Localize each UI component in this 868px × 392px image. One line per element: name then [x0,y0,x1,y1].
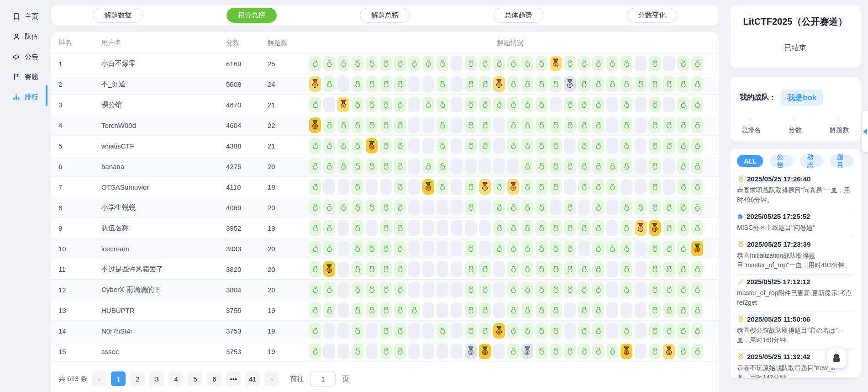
unsolved-badge [451,200,463,215]
tab-总体趋势[interactable]: 总体趋势 [493,8,543,23]
unsolved-badge [451,117,463,133]
my-team-card: 我的战队： 我是bok -总排名-分数-解题数 [730,77,861,142]
table-row[interactable]: 9队伍名称39521913 [51,218,719,238]
solved-badge [309,200,321,215]
table-row[interactable]: 12CyberX-雨滴滴的下380420 [51,280,719,300]
table-row[interactable]: 15sssec37531923231 [51,341,719,362]
table-row[interactable]: 3樱公馆4670211 [51,95,719,115]
feed-item: 2025/05/25 17:25:52MISC分区上线题目"问卷题" [737,209,853,237]
sidebar-item-公告[interactable]: 公告 [0,47,48,67]
solved-badge [309,323,321,339]
feed-item: 2025/05/25 17:12:12master_of_rop附件已更新,更新… [737,275,853,312]
svg-text:1: 1 [512,186,514,190]
sidebar-item-队伍[interactable]: 队伍 [0,26,48,47]
medal-icon [737,175,745,183]
sidebar-item-赛题[interactable]: 赛题 [0,67,48,87]
solved-badge [578,97,590,112]
solved-badge [352,179,363,195]
tab-积分总榜[interactable]: 积分总榜 [226,8,277,23]
goto-page-input[interactable] [310,371,336,387]
page-button-3[interactable]: 3 [149,371,164,386]
solved-badge [422,97,434,112]
page-button-41[interactable]: 41 [245,371,260,386]
table-row[interactable]: 6banana427520 [51,156,719,177]
page-button-5[interactable]: 5 [188,371,202,386]
cell-score: 4069 [219,204,260,212]
solved-badge [677,76,689,92]
svg-text:1: 1 [314,83,316,87]
solved-badge [564,220,576,236]
feed-filter-公告[interactable]: 公告 [770,155,793,167]
solved-badge [578,117,590,133]
cell-name: 不_知道 [94,80,219,89]
table-row[interactable]: 13HUBUPTR375519 [51,300,719,321]
solved-badge [323,200,335,215]
solved-badge [663,200,675,215]
solved-badge [578,323,590,339]
feed-filter-动态[interactable]: 动态 [800,155,823,167]
unsolved-badge [635,282,647,297]
unsolved-badge [663,179,675,195]
tab-解题总榜[interactable]: 解题总榜 [360,8,410,23]
table-row[interactable]: 4TorchW00d4604223 [51,115,719,136]
my-team-stats: -总排名-分数-解题数 [740,116,851,134]
solve-status-cells: 13 [302,220,719,236]
svg-text:3: 3 [371,145,373,149]
event-title: LitCTF2025（公开赛道） [730,16,861,28]
solved-badge [380,200,392,215]
solved-badge [437,159,448,174]
table-row[interactable]: 11不过是些许风霜罢了3820203 [51,259,719,280]
cell-name: HUBUPTR [94,307,219,314]
feed-text: master_of_rop附件已更新,更新提示:考点ret2get [737,288,853,307]
unsolved-badge [564,323,576,339]
sidebar-item-排行[interactable]: 排行 [0,87,48,107]
page-button-1[interactable]: 1 [111,371,126,386]
cell-solves: 20 [260,163,302,170]
page-buttons: 123456•••41 [111,371,260,386]
feed-filter-ALL[interactable]: ALL [737,155,763,167]
table-row[interactable]: 7OTSASumuvior411018311 [51,177,719,197]
solved-badge [536,56,547,71]
solved-badge [564,159,576,174]
next-page-button[interactable]: › [264,371,279,386]
feed-filters: ALL公告动态题目 [737,155,853,167]
table-row[interactable]: 1小白不爆零6169251 [51,53,719,74]
page-ellipsis[interactable]: ••• [226,371,241,386]
unsolved-badge [493,159,505,174]
cell-solves: 19 [260,348,302,355]
feed-timestamp: 2025/05/25 17:12:12 [747,278,810,286]
solved-badge [606,179,618,195]
solved-badge [507,97,519,112]
prev-page-button[interactable]: ‹ [92,371,106,386]
my-team-name[interactable]: 我是bok [781,90,823,106]
cell-score: 3820 [219,265,260,273]
panel-collapse-handle[interactable] [862,111,868,152]
solved-badge [550,138,562,154]
unsolved-badge [337,261,349,277]
solved-badge [592,117,604,133]
table-row[interactable]: 10icecream3933203 [51,238,719,259]
tab-解题数据[interactable]: 解题数据 [93,8,143,23]
solved-badge [309,138,321,154]
page-button-2[interactable]: 2 [130,371,145,386]
sidebar-item-label: 主页 [25,12,38,21]
cell-name: CyberX-雨滴滴的下 [94,286,219,294]
solved-badge [493,241,505,256]
unsolved-badge [635,261,647,277]
solved-badge [677,117,689,133]
solved-badge [507,200,519,215]
feed-filter-题目[interactable]: 题目 [830,155,853,167]
page-button-6[interactable]: 6 [207,371,221,386]
solved-badge [592,302,604,318]
qq-contact-button[interactable] [826,348,847,368]
tab-分数变化[interactable]: 分数变化 [627,8,677,23]
table-row[interactable]: 2不_知道560824112 [51,74,719,95]
header-solve-status: 解题情况 [302,38,719,47]
sidebar-item-主页[interactable]: 主页 [0,6,48,26]
solved-badge [309,159,321,174]
table-row[interactable]: 8小学生锐锐406920 [51,197,719,218]
table-row[interactable]: 14N0r7hSt4r3753193 [51,321,719,341]
solved-badge [380,261,392,277]
page-button-4[interactable]: 4 [168,371,183,386]
table-row[interactable]: 5whatisCTF4388213 [51,136,719,156]
